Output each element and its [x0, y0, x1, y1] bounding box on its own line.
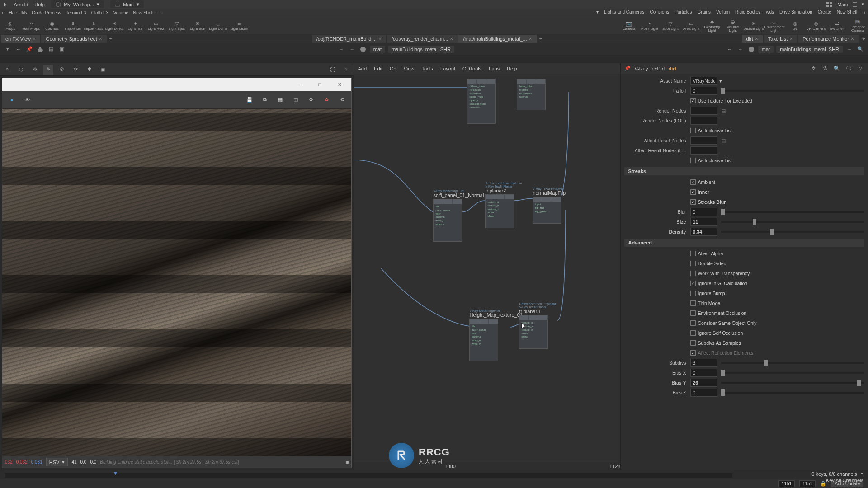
maximize-icon[interactable] — [853, 2, 857, 7]
node-name-field[interactable]: dirt — [669, 66, 677, 71]
close-tab-icon[interactable]: × — [378, 36, 382, 42]
breadcrumb[interactable]: mat — [758, 46, 774, 53]
shelf-tab[interactable]: wds — [766, 9, 774, 16]
shelf-item[interactable]: ◎Props — [0, 17, 21, 34]
picker-icon[interactable]: ▤ — [719, 136, 727, 145]
subdivs-samples-checkbox[interactable] — [690, 340, 696, 346]
layers-icon[interactable]: ▤ — [47, 45, 55, 53]
use-texture-checkbox[interactable]: ✓ — [690, 98, 696, 103]
shelf-tab[interactable]: Rigid Bodies — [735, 9, 760, 16]
shelf-item[interactable]: ◡Environment Light — [764, 17, 785, 34]
falloff-input[interactable] — [690, 87, 717, 95]
ignore-gi-checkbox[interactable]: ✓ — [690, 281, 696, 286]
shelf-tab[interactable]: Grains — [698, 9, 711, 16]
blur-input[interactable] — [690, 208, 717, 216]
close-tab-icon[interactable]: × — [529, 36, 532, 42]
camera-icon[interactable]: ▣ — [58, 45, 66, 53]
add-shelf-button[interactable]: + — [158, 9, 162, 16]
panel-tab[interactable]: en FX View× — [1, 35, 40, 43]
shelf-tab[interactable]: Create — [818, 9, 831, 16]
refresh-icon[interactable]: ⟳ — [305, 94, 317, 106]
shelf-item[interactable]: ▽Spot Light — [660, 17, 681, 34]
affect-reflection-checkbox[interactable]: ✓ — [690, 350, 696, 356]
shelf-tab[interactable]: Drive Simulation — [779, 9, 812, 16]
shelf-item[interactable]: ◆Geometry Light — [702, 17, 722, 34]
gear-icon[interactable]: ✲ — [809, 65, 817, 73]
compare-icon[interactable]: ◫ — [290, 94, 302, 106]
shelf-tab[interactable]: Terrain FX — [66, 10, 87, 15]
chevron-down-icon[interactable]: ▾ — [862, 1, 864, 7]
shelf-tab[interactable]: Volume — [113, 10, 128, 15]
menu-tools[interactable]: Tools — [421, 66, 433, 71]
shelf-tab[interactable]: New Shelf — [837, 9, 858, 16]
panel-tab[interactable]: Take List× — [764, 35, 797, 43]
render-button-icon[interactable]: ● — [6, 94, 18, 106]
history-icon[interactable]: ⟲ — [336, 94, 348, 106]
add-tab-button[interactable]: + — [859, 36, 868, 42]
density-input[interactable] — [690, 228, 717, 236]
shelf-item[interactable]: ☀Light Sun — [187, 17, 208, 34]
falloff-slider[interactable] — [721, 90, 864, 92]
bias-x-input[interactable] — [690, 369, 717, 377]
nav-fwd-icon[interactable]: → — [736, 45, 745, 53]
close-tab-icon[interactable]: × — [33, 36, 36, 42]
ignore-self-checkbox[interactable] — [690, 330, 696, 336]
chevron-down-icon[interactable]: ▾ — [719, 78, 722, 84]
affect-alpha-checkbox[interactable] — [690, 251, 696, 256]
menu-add[interactable]: Add — [358, 66, 367, 71]
shelf-item[interactable]: ◉Cosmos — [42, 17, 62, 34]
bug-icon[interactable]: ✱ — [84, 65, 94, 75]
shelf-item[interactable]: ✦Light IES — [125, 17, 146, 34]
menu-odtools[interactable]: ODTools — [462, 66, 481, 71]
nav-fwd-icon[interactable]: → — [348, 45, 356, 53]
shelf-tab[interactable]: n — [2, 10, 5, 15]
grid-icon[interactable] — [826, 2, 833, 7]
graph-node[interactable]: texture_xtexture_ytexture_zscaleblend — [519, 315, 548, 349]
filter-icon[interactable]: ⚗ — [821, 65, 829, 73]
desktop-selector[interactable]: Main ▾ — [110, 0, 144, 8]
size-slider[interactable] — [721, 221, 864, 223]
shelf-tab[interactable]: Collisions — [650, 9, 669, 16]
maximize-icon[interactable]: ⛶ — [327, 65, 337, 75]
breadcrumb[interactable]: mat — [370, 46, 385, 53]
menu-ts[interactable]: ts — [4, 2, 8, 7]
menu-layout[interactable]: Layout — [440, 66, 455, 71]
shelf-tab[interactable]: New Shelf — [133, 10, 154, 15]
palette-icon[interactable] — [747, 45, 755, 53]
preview-icon[interactable]: 👁 — [21, 94, 33, 106]
graph-node[interactable]: texture_xtexture_ytexture_zscaleblend — [485, 194, 514, 228]
add-tab-button[interactable]: + — [537, 36, 545, 42]
menu-help[interactable]: Help — [34, 2, 45, 7]
menu-go[interactable]: Go — [390, 66, 396, 71]
palette-icon[interactable] — [359, 45, 367, 53]
shelf-item[interactable]: ◍GL — [785, 17, 806, 34]
close-tab-icon[interactable]: × — [755, 36, 758, 42]
node-graph[interactable]: diffuse_colorreflectionrefractionbump_ma… — [354, 74, 620, 462]
select-tool-icon[interactable]: ↖ — [3, 65, 13, 75]
ignore-bump-checkbox[interactable] — [690, 291, 696, 296]
close-tab-icon[interactable]: × — [789, 36, 793, 42]
env-occlusion-checkbox[interactable] — [690, 310, 696, 316]
shelf-item[interactable]: ◡Light Dome — [208, 17, 229, 34]
pin-icon[interactable]: 📌 — [25, 45, 33, 53]
brush-tool-icon[interactable]: ✎ — [43, 65, 53, 75]
subdivs-slider[interactable] — [721, 362, 864, 364]
asset-name-input[interactable] — [690, 77, 717, 85]
same-object-checkbox[interactable] — [690, 320, 696, 326]
pin-icon[interactable]: 📌 — [624, 66, 631, 71]
graph-node[interactable]: inputflip_redflip_green — [533, 197, 561, 224]
nav-back-icon[interactable]: ← — [337, 45, 345, 53]
menu-edit[interactable]: Edit — [374, 66, 382, 71]
lasso-tool-icon[interactable]: ◌ — [16, 65, 26, 75]
close-button[interactable]: ✕ — [330, 80, 349, 89]
close-tab-icon[interactable]: × — [851, 36, 854, 42]
menu-icon[interactable]: ≡ — [346, 460, 349, 465]
shelf-item[interactable]: ⇄Switcher — [826, 17, 847, 34]
graph-node[interactable]: base_colormetallicroughnessnormal — [517, 79, 546, 110]
add-tab-button[interactable]: + — [107, 36, 115, 42]
breadcrumb[interactable]: mainBuildings_metal_SHR — [776, 46, 843, 53]
camera-icon[interactable]: ▣ — [98, 65, 108, 75]
panel-tab[interactable]: /out/vray_render_chann...× — [387, 35, 458, 43]
region-icon[interactable]: ▦ — [274, 94, 286, 106]
add-shelf-button[interactable]: + — [863, 9, 866, 16]
